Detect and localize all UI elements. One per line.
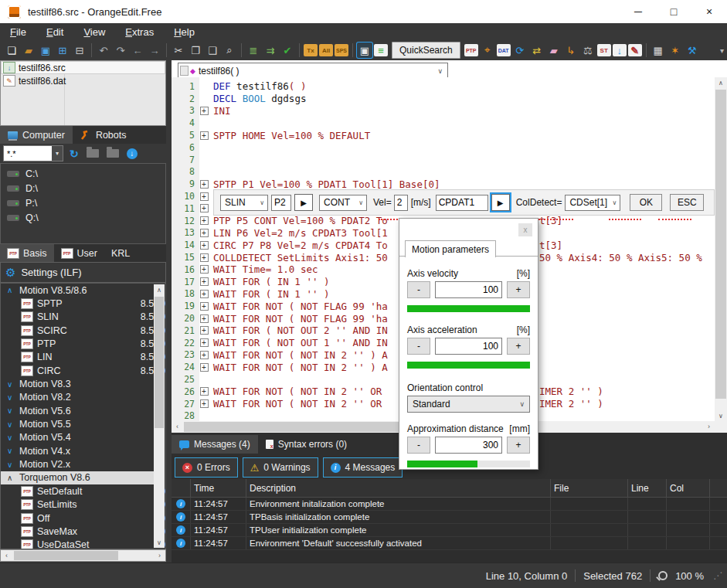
tree-node-motion-v8-3[interactable]: ∨Motion V8.3: [1, 377, 155, 390]
approximation-select[interactable]: CONT∨: [319, 195, 367, 211]
settings-wrench-icon[interactable]: ⚒: [685, 42, 700, 58]
format-lines-icon[interactable]: ⇉: [263, 42, 278, 58]
column-col[interactable]: Col: [666, 479, 709, 497]
scroll-up-icon[interactable]: ∧: [154, 284, 165, 295]
code-line[interactable]: 3INI: [172, 105, 715, 117]
tree-node-motion-v5-4[interactable]: ∨Motion V5.4: [1, 431, 155, 444]
undo-icon[interactable]: ↶: [96, 42, 111, 58]
settings-header[interactable]: ⚙ Settings (ILF): [0, 262, 166, 283]
toolbar-overflow-icon[interactable]: ▾: [720, 46, 724, 55]
velocity-input[interactable]: [394, 195, 408, 211]
scroll-left-icon[interactable]: ‹: [172, 421, 183, 432]
download-icon[interactable]: ↓: [127, 148, 138, 159]
scroll-up-icon[interactable]: ∧: [715, 77, 726, 88]
editor-vertical-scrollbar[interactable]: ∧ ∨: [715, 77, 727, 421]
tree-node-motion-v5-5[interactable]: ∨Motion V5.5: [1, 417, 155, 430]
point-name-input[interactable]: [271, 195, 291, 211]
cut-icon[interactable]: ✂: [171, 42, 186, 58]
tree-leaf-usedataset[interactable]: PTPUseDataSet8.6: [1, 539, 166, 549]
fold-toggle-icon[interactable]: [195, 363, 213, 372]
editor-view-icon[interactable]: ▣: [357, 42, 372, 58]
messages-filter-button[interactable]: i 4 Messages: [323, 457, 403, 478]
tab-motion-parameters[interactable]: Motion parameters: [405, 240, 496, 257]
filter-dropdown-icon[interactable]: ▾: [52, 146, 63, 161]
drive-item[interactable]: P:\: [1, 195, 165, 210]
fold-toggle-icon[interactable]: [195, 277, 213, 286]
tab-robots[interactable]: Robots: [73, 126, 134, 144]
panel-close-button[interactable]: x: [518, 223, 532, 236]
touchup-button[interactable]: ▶: [294, 194, 313, 211]
menu-file[interactable]: File: [0, 25, 36, 39]
approximation-distance-decrement-button[interactable]: -: [407, 437, 430, 454]
print-icon[interactable]: ⊟: [72, 42, 87, 58]
motion-type-select[interactable]: SLIN∨: [220, 195, 268, 211]
code-line[interactable]: 1DEF testilf86( ): [172, 80, 715, 93]
fold-toggle-icon[interactable]: [195, 241, 213, 250]
scroll-down-icon[interactable]: ∨: [154, 537, 165, 548]
menu-edit[interactable]: Edit: [36, 25, 73, 39]
tree-node-motion-v2-x[interactable]: ∨Motion V2.x: [1, 457, 155, 471]
fold-toggle-icon[interactable]: [195, 204, 213, 212]
axis-acceleration-input[interactable]: [435, 338, 502, 355]
eraser-icon[interactable]: ▰: [546, 42, 562, 58]
tree-node-motion-v8-5-8-6[interactable]: ∧Motion V8.5/8.6: [1, 284, 155, 297]
fold-toggle-icon[interactable]: [195, 216, 213, 225]
drive-item[interactable]: D:\: [1, 181, 165, 195]
coldetect-select[interactable]: CDSet[1]∨: [565, 195, 620, 211]
calculator-icon[interactable]: ▦: [651, 42, 666, 58]
fold-toggle-icon[interactable]: [195, 192, 213, 201]
tree-leaf-sptp[interactable]: PTPSPTP8.5/8.6: [1, 297, 166, 310]
save-icon[interactable]: ▣: [38, 42, 53, 58]
column-time[interactable]: Time: [190, 479, 246, 497]
code-line[interactable]: 2DECL BOOL dgdsgs: [172, 93, 715, 105]
maximize-button[interactable]: □: [656, 0, 691, 23]
sync-refresh-icon[interactable]: ⟳: [512, 42, 528, 58]
close-button[interactable]: ×: [691, 0, 727, 23]
tree-leaf-slin[interactable]: PTPSLIN8.5/8.6: [1, 311, 166, 324]
save-all-icon[interactable]: ⊞: [55, 42, 70, 58]
motion-dataset-input[interactable]: [436, 195, 488, 211]
code-line[interactable]: 6: [172, 141, 715, 154]
axis-velocity-increment-button[interactable]: +: [507, 281, 530, 298]
tree-horizontal-scrollbar[interactable]: ‹ ›: [0, 549, 166, 562]
ok-button[interactable]: OK: [630, 194, 662, 211]
document-view-icon[interactable]: ≡: [374, 44, 388, 56]
code-line[interactable]: 7: [172, 154, 715, 166]
scroll-right-icon[interactable]: ›: [703, 421, 715, 432]
dataset-touchup-button[interactable]: ▶: [491, 194, 510, 211]
format-check-icon[interactable]: ✔: [280, 42, 295, 58]
paste-icon[interactable]: ❑: [205, 42, 220, 58]
fold-toggle-icon[interactable]: [195, 326, 213, 335]
robot-template-icon[interactable]: ✶: [668, 42, 683, 58]
copy-icon[interactable]: ❐: [188, 42, 203, 58]
tree-vertical-scrollbar[interactable]: ∧ ∨: [154, 284, 165, 548]
axis-velocity-input[interactable]: [435, 281, 502, 298]
tab-user[interactable]: PTPUser: [54, 244, 104, 262]
tree-leaf-setlimits[interactable]: PTPSetLimits8.6: [1, 498, 166, 512]
tree-leaf-setdefault[interactable]: PTPSetDefault8.6: [1, 484, 166, 498]
drive-item[interactable]: Q:\: [1, 210, 165, 225]
menu-extras[interactable]: Extras: [115, 25, 164, 39]
drive-item[interactable]: C:\: [1, 166, 165, 181]
tree-leaf-off[interactable]: PTPOff8.6: [1, 512, 166, 525]
nav-back-icon[interactable]: ←: [130, 42, 145, 58]
zoom-level[interactable]: 100 %: [675, 570, 704, 582]
robot-points-icon[interactable]: ⌖: [480, 42, 495, 58]
column-line[interactable]: Line: [627, 479, 666, 497]
transfer-dat-icon[interactable]: ⇄: [529, 42, 545, 58]
scroll-right-icon[interactable]: ›: [154, 550, 165, 561]
fold-sps-icon[interactable]: SPS: [335, 44, 348, 56]
tree-leaf-ptp[interactable]: PTPPTP8.5/8.6: [1, 337, 166, 350]
folder-open-icon[interactable]: [87, 149, 99, 158]
tree-node-motion-v5-6[interactable]: ∨Motion V5.6: [1, 404, 155, 417]
nav-forward-icon[interactable]: →: [147, 42, 162, 58]
message-row[interactable]: i11:24:57TPBasis initialization complete: [172, 511, 727, 524]
axis-acceleration-increment-button[interactable]: +: [507, 338, 530, 355]
code-line[interactable]: 5SPTP HOME Vel=100 % DEFAULT: [172, 129, 715, 141]
file-item-src[interactable]: ↓testilf86.src: [1, 61, 165, 74]
fold-all-icon[interactable]: All: [319, 44, 333, 56]
fold-toggle-icon[interactable]: [195, 351, 213, 359]
minimize-button[interactable]: ─: [620, 0, 656, 23]
folder-new-icon[interactable]: [107, 149, 119, 158]
menu-view[interactable]: View: [73, 25, 115, 39]
